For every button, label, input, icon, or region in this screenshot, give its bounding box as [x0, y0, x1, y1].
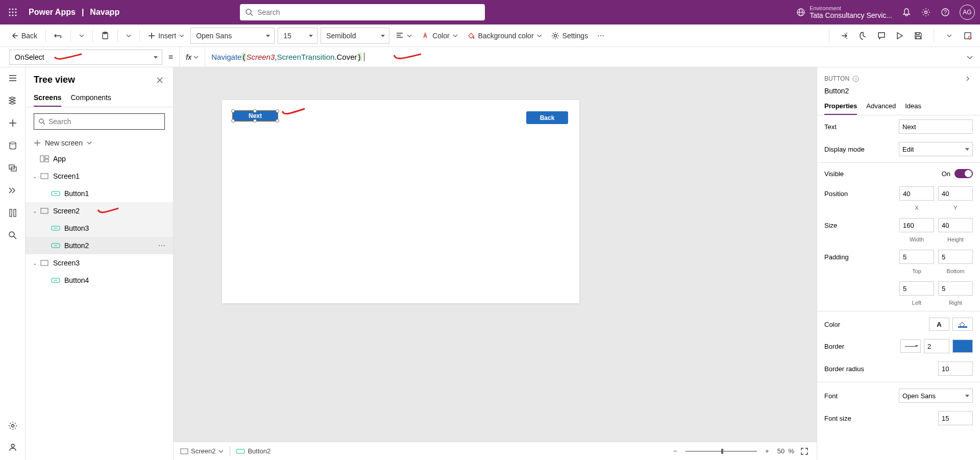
insert-button[interactable]: Insert — [145, 30, 187, 42]
h-sublabel: Height — [938, 236, 973, 243]
more-icon[interactable]: ⋯ — [158, 241, 166, 250]
help-icon[interactable]: ? — [940, 7, 950, 17]
share-icon[interactable] — [840, 31, 850, 41]
svg-point-31 — [39, 119, 43, 123]
canvas-button-next[interactable]: Next — [232, 110, 278, 122]
paste-button[interactable] — [98, 30, 112, 42]
font-family-select[interactable]: Open Sans — [190, 28, 275, 44]
align-button[interactable] — [393, 30, 415, 42]
settings-rail-icon[interactable] — [7, 420, 18, 431]
zoom-in-icon[interactable]: + — [762, 446, 772, 456]
tree-button1[interactable]: Button1 — [26, 185, 173, 202]
tab-ideas[interactable]: Ideas — [905, 98, 921, 115]
zoom-slider[interactable] — [685, 451, 757, 452]
prop-border-width-input[interactable] — [924, 339, 949, 353]
chevron-right-icon[interactable] — [963, 74, 973, 84]
checker-icon[interactable] — [858, 31, 868, 41]
prop-width-input[interactable] — [899, 218, 934, 232]
publish-icon[interactable] — [963, 31, 973, 41]
variables-rail-icon[interactable] — [7, 207, 18, 219]
undo-dropdown[interactable] — [76, 31, 87, 40]
settings-button[interactable]: Settings — [548, 30, 592, 42]
breadcrumb-control[interactable]: Button2 — [236, 447, 271, 455]
search-rail-icon[interactable] — [7, 230, 18, 241]
x-sublabel: X — [899, 205, 934, 211]
expand-formula-icon[interactable] — [965, 52, 975, 62]
tree-screen1[interactable]: ⌄ Screen1 — [26, 167, 173, 185]
tree-app[interactable]: App — [26, 150, 173, 167]
more-options-button[interactable]: ⋯ — [594, 30, 607, 42]
equals-label: = — [168, 53, 173, 62]
tab-screens[interactable]: Screens — [34, 89, 61, 107]
virtual-agent-icon[interactable] — [7, 442, 18, 453]
prop-fill-color[interactable] — [952, 318, 973, 331]
prop-visible-toggle[interactable] — [954, 169, 973, 178]
fx-label[interactable]: fx — [179, 47, 205, 67]
prop-borderradius-input[interactable] — [938, 361, 973, 376]
tab-advanced[interactable]: Advanced — [866, 98, 896, 115]
tab-components[interactable]: Components — [70, 89, 111, 107]
tree-view-icon[interactable] — [7, 95, 18, 106]
tree-screen3[interactable]: ⌄ Screen3 — [26, 254, 173, 272]
prop-height-input[interactable] — [938, 218, 973, 232]
font-size-select[interactable]: 15 — [278, 28, 317, 44]
undo-button[interactable] — [51, 30, 65, 42]
svg-point-3 — [9, 12, 11, 13]
formula-input[interactable]: Navigate(Screen3,ScreenTransition.Cover) — [207, 53, 965, 62]
settings-gear-icon[interactable] — [921, 7, 931, 17]
save-dropdown[interactable] — [944, 31, 954, 41]
prop-pos-y-input[interactable] — [938, 186, 973, 201]
user-avatar[interactable]: AG — [960, 5, 975, 20]
app-launcher-icon[interactable] — [5, 5, 20, 20]
color-button[interactable]: Color — [418, 30, 460, 42]
tree-screen2[interactable]: ⌄ Screen2 — [26, 202, 173, 220]
tree-button2[interactable]: Button2 ⋯ — [26, 237, 173, 254]
canvas-screen[interactable]: Next Back — [222, 100, 579, 303]
close-tree-icon[interactable] — [155, 75, 165, 85]
preview-icon[interactable] — [895, 31, 905, 41]
prop-fontsize-input[interactable] — [938, 411, 973, 425]
paste-dropdown[interactable] — [123, 31, 134, 40]
breadcrumb-screen[interactable]: Screen2 — [181, 447, 224, 455]
prop-pad-top-input[interactable] — [899, 250, 934, 264]
prop-position-label: Position — [824, 190, 899, 198]
prop-text-input[interactable] — [899, 119, 973, 134]
property-select[interactable]: OnSelect — [9, 50, 162, 65]
font-weight-select[interactable]: Semibold — [321, 28, 389, 44]
canvas-button-back[interactable]: Back — [526, 111, 568, 124]
insert-rail-icon[interactable] — [7, 117, 18, 129]
zoom-out-icon[interactable]: − — [670, 446, 680, 456]
flows-rail-icon[interactable] — [7, 185, 18, 196]
tree-search-input[interactable] — [48, 117, 160, 126]
tree-search-box[interactable] — [34, 113, 165, 130]
notifications-icon[interactable] — [901, 7, 912, 17]
bgcolor-button[interactable]: Background color — [464, 30, 545, 42]
comment-icon[interactable] — [876, 31, 887, 41]
media-rail-icon[interactable] — [7, 162, 18, 174]
prop-border-color[interactable] — [952, 340, 973, 353]
prop-pad-left-input[interactable] — [899, 281, 934, 296]
prop-font-select[interactable]: Open Sans — [899, 389, 973, 403]
tab-properties[interactable]: Properties — [824, 98, 857, 115]
back-button[interactable]: Back — [7, 30, 40, 42]
prop-displaymode-select[interactable]: Edit — [899, 142, 973, 156]
prop-border-style[interactable] — [900, 340, 921, 353]
fit-icon[interactable] — [799, 446, 810, 456]
hamburger-icon[interactable] — [7, 72, 18, 84]
global-search[interactable] — [240, 4, 485, 20]
prop-fontsize-label: Font size — [824, 415, 938, 422]
tree-button4[interactable]: Button4 — [26, 272, 173, 289]
new-screen-button[interactable]: New screen — [26, 136, 173, 150]
svg-point-5 — [15, 12, 17, 13]
prop-pos-x-input[interactable] — [899, 186, 934, 201]
data-rail-icon[interactable] — [7, 140, 18, 151]
search-input[interactable] — [257, 8, 480, 16]
top-sublabel: Top — [899, 268, 934, 274]
prop-pad-bottom-input[interactable] — [938, 250, 973, 264]
environment-picker[interactable]: Environment Tata Consultancy Servic... — [796, 5, 892, 19]
prop-pad-right-input[interactable] — [938, 281, 973, 296]
save-icon[interactable] — [913, 31, 923, 41]
prop-font-color[interactable]: A — [929, 318, 949, 331]
help-icon[interactable]: ? — [852, 76, 859, 82]
tree-button3[interactable]: Button3 — [26, 220, 173, 237]
